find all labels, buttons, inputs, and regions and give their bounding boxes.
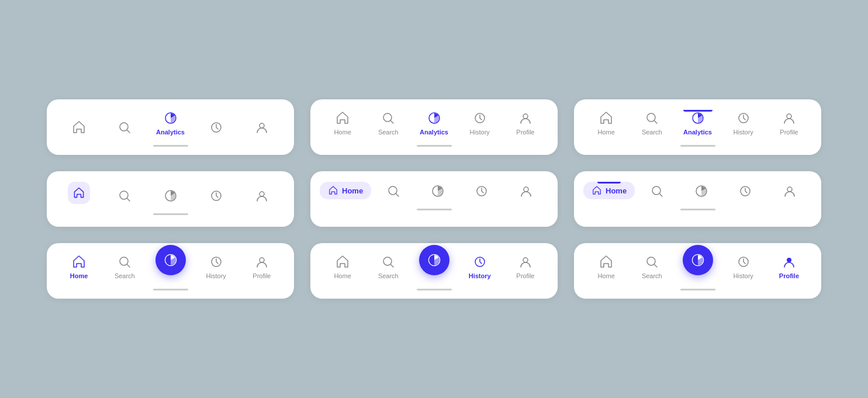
svg-point-15 (120, 191, 128, 199)
card-7: Home Search (47, 243, 294, 299)
profile-label: Profile (516, 129, 534, 136)
nav-analytics-float[interactable] (147, 245, 193, 276)
nav-search[interactable]: Search (629, 254, 675, 279)
nav-profile[interactable] (239, 119, 285, 136)
nav-analytics[interactable] (416, 183, 460, 199)
nav-analytics[interactable] (147, 188, 193, 204)
nav-history[interactable] (724, 183, 768, 199)
nav-profile[interactable] (504, 183, 548, 199)
svg-point-34 (260, 258, 264, 262)
history-label: History (734, 272, 753, 279)
nav-home[interactable]: Home (583, 254, 629, 279)
nav-home[interactable]: Home (56, 254, 102, 279)
nav-profile[interactable]: Profile (766, 110, 812, 136)
profile-label: Profile (516, 272, 534, 279)
nav-profile[interactable]: Profile (503, 254, 548, 279)
nav-home[interactable]: Home (320, 182, 371, 199)
scrollbar-5 (417, 209, 452, 210)
nav-analytics-float[interactable] (411, 245, 457, 276)
home-pill-label: Home (342, 186, 363, 195)
nav-profile[interactable]: Profile (766, 254, 812, 279)
analytics-float-circle (683, 245, 713, 275)
svg-point-14 (787, 114, 791, 119)
nav-analytics[interactable]: Analytics (147, 110, 193, 136)
navbar-3: Home Search (583, 110, 812, 139)
nav-analytics-float[interactable] (675, 245, 720, 276)
search-icon (116, 188, 133, 204)
analytics-icon (690, 110, 706, 126)
analytics-icon (430, 183, 446, 199)
nav-home[interactable]: Home (583, 110, 629, 136)
navbar-7: Home Search (56, 254, 285, 283)
nav-analytics[interactable]: Analytics (411, 110, 457, 136)
nav-history[interactable]: History (193, 254, 239, 279)
nav-home[interactable] (56, 119, 102, 136)
search-icon (649, 183, 665, 199)
svg-point-40 (647, 257, 655, 265)
nav-home[interactable]: Home (583, 182, 635, 199)
history-icon (472, 254, 488, 270)
history-icon (737, 183, 753, 199)
nav-analytics[interactable]: Analytics (675, 110, 720, 136)
profile-label: Profile (779, 272, 799, 279)
home-icon (334, 254, 351, 270)
home-icon (334, 110, 351, 126)
analytics-float-circle (155, 245, 186, 275)
nav-search[interactable] (102, 188, 147, 204)
scrollbar-1 (153, 145, 188, 147)
analytics-label: Analytics (420, 129, 448, 136)
navbar-1: Analytics (56, 110, 285, 139)
svg-point-10 (647, 113, 655, 122)
history-label: History (469, 272, 491, 279)
nav-profile[interactable]: Profile (239, 254, 285, 279)
nav-history[interactable] (193, 188, 239, 204)
nav-search[interactable] (102, 119, 147, 136)
nav-profile[interactable] (767, 183, 812, 199)
nav-search[interactable] (635, 183, 679, 199)
card-8: Home Search (310, 243, 558, 299)
home-icon (598, 110, 614, 126)
navbar-9: Home Search (583, 254, 812, 283)
nav-profile[interactable]: Profile (503, 110, 548, 136)
history-label: History (470, 129, 490, 136)
nav-search[interactable] (371, 183, 416, 199)
svg-line-16 (127, 199, 130, 202)
nav-history[interactable]: History (457, 254, 503, 279)
nav-history[interactable] (460, 183, 504, 199)
nav-history[interactable]: History (457, 110, 503, 136)
profile-icon (781, 183, 798, 199)
nav-home[interactable]: Home (320, 254, 365, 279)
profile-label: Profile (253, 272, 271, 279)
nav-search[interactable]: Search (365, 254, 411, 279)
card-5: Home (310, 171, 558, 227)
profile-icon (518, 183, 534, 199)
profile-icon (517, 254, 534, 270)
nav-history[interactable]: History (721, 254, 766, 279)
history-label: History (734, 129, 753, 136)
profile-icon (517, 110, 534, 126)
home-label: Home (334, 129, 351, 136)
nav-profile[interactable] (239, 188, 285, 204)
svg-point-25 (652, 186, 660, 195)
nav-home[interactable] (56, 182, 102, 204)
nav-search[interactable]: Search (629, 110, 675, 136)
nav-history[interactable]: History (721, 110, 766, 136)
analytics-label: Analytics (683, 129, 712, 136)
home-icon (71, 254, 87, 270)
active-top-line (683, 110, 713, 112)
nav-history[interactable] (193, 119, 239, 136)
home-pill-2: Home (583, 182, 635, 199)
nav-search[interactable]: Search (102, 254, 147, 279)
card-4 (47, 171, 294, 227)
navbar-4 (56, 182, 285, 207)
nav-analytics[interactable] (679, 183, 724, 199)
nav-search[interactable]: Search (365, 110, 411, 136)
navbar-6: Home (583, 182, 812, 203)
scrollbar-3 (680, 145, 715, 147)
history-icon (208, 119, 224, 136)
home-label: Home (597, 129, 614, 136)
analytics-float-circle (419, 245, 449, 275)
nav-home[interactable]: Home (320, 110, 365, 136)
home-label: Home (597, 272, 614, 279)
svg-point-44 (787, 258, 791, 262)
